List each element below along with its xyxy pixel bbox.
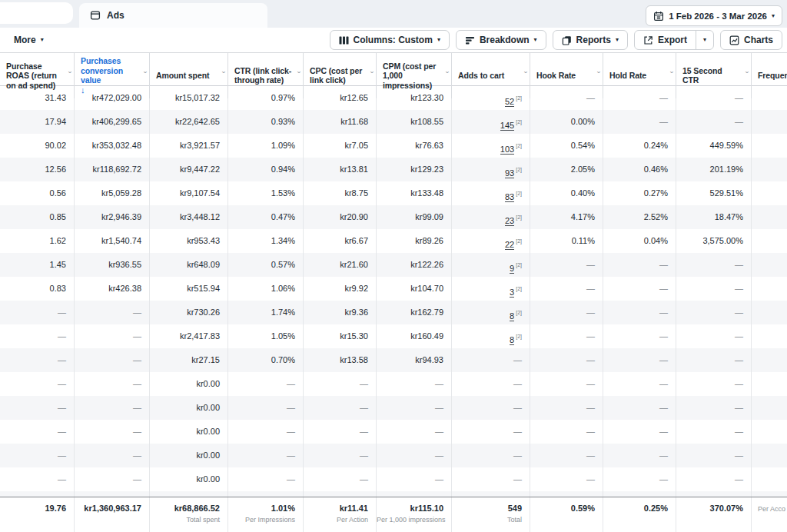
columns-button[interactable]: Columns: Custom ▾ (330, 30, 450, 50)
15-second-ctr-cell: 201.19% (676, 158, 752, 181)
table-row[interactable]: ——kr0.00——————— (0, 372, 787, 396)
adds-to-cart-link[interactable]: 8 (510, 335, 514, 345)
table-row[interactable]: 90.02kr353,032.48kr3,921.571.09%kr7.05kr… (0, 134, 787, 158)
calendar-icon (653, 11, 664, 22)
charts-button[interactable]: Charts (720, 30, 782, 50)
total-value: 19.76 (0, 503, 66, 514)
table-row[interactable]: 1.62kr1,540.74kr953.431.34%kr6.67kr89.26… (0, 229, 787, 253)
table-row[interactable]: ——kr0.00——————— (0, 467, 787, 491)
tab-ads[interactable]: Ads (79, 3, 267, 28)
column-header-hold-rate[interactable]: Hold Rateˇ (603, 53, 676, 98)
table-row[interactable]: ——kr27.150.70%kr13.58kr94.93———— (0, 348, 787, 372)
adds-to-cart-link[interactable]: 23 (505, 216, 514, 226)
cpc-cost-per-link-click-cell: — (304, 396, 377, 420)
breakdown-icon (465, 35, 475, 45)
total-value: kr1,360,963.17 (75, 503, 141, 514)
table-row[interactable]: ——kr2,417.831.05%kr15.30kr160.498[2]——— (0, 324, 787, 348)
ctr-link-click-through-rate-cell: — (228, 467, 304, 491)
ctr-link-click-through-rate-cell: 0.93% (228, 110, 304, 134)
adds-to-cart-link[interactable]: 22 (505, 240, 514, 250)
column-header-frequency[interactable]: Frequencyˇ (752, 53, 787, 98)
table-row[interactable]: ——kr0.00——————— (0, 396, 787, 420)
table-row[interactable]: ——kr0.00——————— (0, 420, 787, 444)
date-range-button[interactable]: 1 Feb 2026 - 3 Mar 2026 ▾ (646, 5, 782, 26)
adds-to-cart-link[interactable]: 52 (505, 97, 514, 107)
more-button[interactable]: More ▾ (14, 35, 44, 45)
column-options-icon[interactable]: ˇ (144, 72, 147, 80)
frequency-cell (752, 205, 787, 229)
column-header-purchases-conversion-value[interactable]: Purchases conversion value↓ˇ (75, 53, 150, 98)
purchase-roas-cell: — (0, 396, 75, 420)
reports-button[interactable]: Reports ▾ (553, 30, 628, 50)
ctr-link-click-through-rate-cell: 0.94% (228, 158, 304, 181)
total-value: 0.25% (603, 503, 668, 514)
table-row[interactable]: 17.94kr406,299.65kr22,642.650.93%kr11.68… (0, 110, 787, 134)
adds-to-cart-link[interactable]: 83 (505, 192, 514, 202)
column-header-purchase-roas[interactable]: Purchase ROAS (return on ad spend)ˇ (0, 53, 75, 98)
column-header-15-second-ctr[interactable]: 15 Second CTRˇ (676, 53, 752, 98)
amount-spent-cell: kr9,447.22 (150, 158, 228, 181)
adds-to-cart-link[interactable]: 8 (510, 311, 514, 321)
hold-rate-cell: — (603, 420, 676, 444)
table-row[interactable]: 12.56kr118,692.72kr9,447.220.94%kr13.81k… (0, 158, 787, 181)
cpc-cost-per-link-click-cell: kr13.81 (304, 158, 377, 181)
column-options-icon[interactable]: ˇ (446, 72, 449, 80)
table-row[interactable]: 0.56kr5,059.28kr9,107.541.53%kr8.75kr133… (0, 181, 787, 205)
table-row[interactable]: 0.85kr2,946.39kr3,448.120.47%kr20.90kr99… (0, 205, 787, 229)
footnote-marker: [2] (516, 238, 522, 244)
ctr-link-click-through-rate-cell: — (228, 444, 304, 467)
table-row[interactable]: kr0.00 (0, 491, 787, 497)
adds-to-cart-link[interactable]: 145 (500, 121, 514, 131)
column-options-icon[interactable]: ˇ (670, 72, 673, 80)
hook-rate-cell: — (530, 277, 603, 301)
frequency-cell (752, 181, 787, 205)
column-options-icon[interactable]: ˇ (297, 72, 301, 80)
column-options-icon[interactable]: ˇ (370, 72, 374, 80)
column-options-icon[interactable]: ˇ (222, 72, 225, 80)
column-header-cpm-cost-per-1000-impressions[interactable]: CPM (cost per 1,000 impressions)ˇ (377, 53, 452, 98)
reports-icon (562, 35, 572, 45)
adds-to-cart-link[interactable]: 103 (500, 145, 514, 155)
totals-row: 19.76kr1,360,963.17kr68,866.52Total spen… (0, 497, 787, 532)
table-row[interactable]: ——kr0.00——————— (0, 444, 787, 467)
adds-to-cart-cell: 93[2] (452, 158, 530, 181)
total-value: 0.59% (530, 503, 595, 514)
total-sublabel: Per Impressions (228, 515, 295, 524)
date-range-label: 1 Feb 2026 - 3 Mar 2026 (669, 12, 767, 21)
purchases-conversion-value-cell: kr426.38 (75, 277, 150, 301)
column-options-icon[interactable]: ˇ (68, 72, 71, 80)
cpm-cost-per-1000-impressions-cell: — (377, 372, 452, 396)
hold-rate-cell: 0.46% (603, 158, 676, 181)
amount-spent-cell: kr0.00 (150, 444, 228, 467)
column-header-hook-rate[interactable]: Hook Rateˇ (530, 53, 603, 98)
table-row[interactable]: ——kr730.261.74%kr9.36kr162.798[2]——— (0, 301, 787, 324)
column-header-ctr-link-click-through-rate[interactable]: CTR (link click-through rate)ˇ (228, 53, 304, 98)
column-header-adds-to-cart[interactable]: Adds to cartˇ (452, 53, 530, 98)
table-row[interactable]: 1.45kr936.55kr648.090.57%kr21.60kr122.26… (0, 253, 787, 277)
table-row[interactable]: 0.83kr426.38kr515.941.06%kr9.92kr104.703… (0, 277, 787, 301)
frequency-cell (752, 324, 787, 348)
amount-spent-cell: kr27.15 (150, 348, 228, 372)
total-purchases-conversion-value: kr1,360,963.17 (75, 497, 150, 532)
hold-rate-cell: 2.52% (603, 205, 676, 229)
column-header-cpc-cost-per-link-click[interactable]: CPC (cost per link click)ˇ (304, 53, 377, 98)
adds-to-cart-link[interactable]: 93 (505, 168, 514, 178)
breakdown-button[interactable]: Breakdown ▾ (456, 30, 546, 50)
amount-spent-cell: kr648.09 (150, 253, 228, 277)
adds-to-cart-cell: — (452, 444, 530, 467)
ctr-link-click-through-rate-cell: — (228, 396, 304, 420)
ctr-link-click-through-rate-cell: 1.74% (228, 301, 304, 324)
adds-to-cart-link[interactable]: 9 (510, 264, 514, 274)
total-hold-rate: 0.25% (603, 497, 676, 532)
total-sublabel: Total (452, 515, 522, 524)
column-options-icon[interactable]: ˇ (524, 72, 527, 80)
adds-to-cart-link[interactable]: 3 (510, 288, 514, 298)
column-options-icon[interactable]: ˇ (597, 72, 600, 80)
export-menu-button[interactable]: ▾ (696, 31, 713, 49)
columns-icon (339, 35, 349, 45)
15-second-ctr-cell: — (676, 277, 752, 301)
column-header-amount-spent[interactable]: Amount spentˇ (150, 53, 228, 98)
column-options-icon[interactable]: ˇ (745, 72, 749, 80)
chevron-down-icon: ▾ (616, 37, 619, 43)
export-button[interactable]: Export (635, 31, 696, 49)
